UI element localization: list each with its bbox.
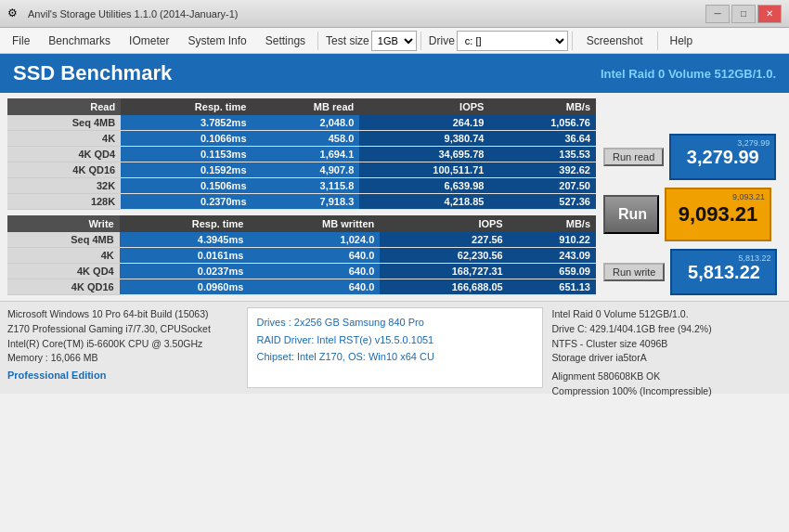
write-col-mbs: MB/s — [509, 215, 596, 232]
write-score-label: 5,813.22 — [738, 253, 770, 263]
write-col-name: Write — [7, 215, 120, 232]
drive-select[interactable]: c: [] — [457, 31, 568, 51]
table-row: Seq 4MB 4.3945ms 1,024.0 227.56 910.22 — [7, 232, 596, 248]
table-row: 4K 0.1066ms 458.0 9,380.74 36.64 — [7, 131, 596, 147]
testsize-select[interactable]: 1GB 2GB 4GB — [371, 31, 417, 51]
cell-mbs: 659.09 — [509, 264, 596, 279]
read-header-row: Read Resp. time MB read IOPS MB/s — [7, 98, 596, 115]
write-score-row: Run write 5,813.22 5,813.22 — [603, 249, 782, 295]
cell-mb: 1,024.0 — [249, 232, 380, 248]
cell-mb: 458.0 — [252, 131, 360, 147]
divider-2 — [420, 32, 421, 50]
cell-iops: 6,639.98 — [359, 178, 489, 194]
cell-resptime: 0.1153ms — [121, 147, 252, 162]
drive-info-line3: Chipset: Intel Z170, OS: Win10 x64 CU — [257, 348, 533, 366]
cell-mbs: 207.50 — [489, 178, 596, 194]
raid-info-line1: Intel Raid 0 Volume 512GB/1.0. — [552, 307, 783, 322]
table-row: 4K 0.0161ms 640.0 62,230.56 243.09 — [7, 248, 596, 264]
cell-resptime: 0.1506ms — [121, 178, 252, 194]
testsize-label: Test size — [326, 34, 369, 47]
row-label: 128K — [7, 194, 121, 210]
bottom-center: Drives : 2x256 GB Samsung 840 Pro RAID D… — [247, 307, 543, 388]
cell-mb: 640.0 — [249, 279, 380, 295]
row-label: 4K QD16 — [7, 162, 121, 178]
read-score-box: 3,279.99 3,279.99 — [669, 134, 776, 180]
bottom-left: Microsoft Windows 10 Pro 64-bit Build (1… — [7, 307, 238, 388]
sysinfo-line2: Z170 Professional Gaming i7/7.30, CPUSoc… — [7, 322, 238, 337]
cell-mb: 4,907.8 — [252, 162, 360, 178]
cell-mb: 640.0 — [249, 248, 380, 264]
close-button[interactable]: ✕ — [757, 5, 782, 23]
drive-label: Drive — [429, 34, 455, 47]
title-bar: ⚙ Anvil's Storage Utilities 1.1.0 (2014-… — [0, 0, 789, 28]
sysinfo-line3: Intel(R) Core(TM) i5-6600K CPU @ 3.50GHz — [7, 337, 238, 352]
menu-bar: File Benchmarks IOmeter System Info Sett… — [0, 28, 789, 54]
raid-info-line3: NTFS - Cluster size 4096B — [552, 337, 783, 352]
header-subtitle: Intel Raid 0 Volume 512GB/1.0. — [601, 67, 776, 81]
table-row: 4K QD16 0.1592ms 4,907.8 100,511.71 392.… — [7, 162, 596, 178]
read-score-row: Run read 3,279.99 3,279.99 — [603, 134, 782, 180]
cell-mbs: 651.13 — [509, 279, 596, 295]
menu-iometer[interactable]: IOmeter — [121, 31, 177, 51]
cell-mbs: 910.22 — [509, 232, 596, 248]
write-col-mb: MB written — [249, 215, 380, 232]
table-row: 4K QD16 0.0960ms 640.0 166,688.05 651.13 — [7, 279, 596, 295]
total-score-row: Run 9,093.21 9,093.21 — [603, 188, 782, 241]
cell-mbs: 392.62 — [489, 162, 596, 178]
maximize-button[interactable]: □ — [731, 5, 756, 23]
sysinfo-line4: Memory : 16,066 MB — [7, 351, 238, 366]
cell-resptime: 0.0237ms — [120, 264, 250, 279]
bottom-right: Intel Raid 0 Volume 512GB/1.0. Drive C: … — [552, 307, 783, 388]
row-label: 4K — [7, 248, 120, 264]
menu-benchmarks[interactable]: Benchmarks — [40, 31, 119, 51]
read-col-mb: MB read — [252, 98, 360, 115]
read-score-label: 3,279.99 — [737, 138, 770, 148]
total-score-value: 9,093.21 — [679, 202, 758, 227]
total-score-label: 9,093.21 — [732, 192, 765, 201]
cell-mbs: 1,056.76 — [489, 115, 596, 131]
write-col-iops: IOPS — [380, 215, 508, 232]
cell-iops: 100,511.71 — [359, 162, 489, 178]
cell-mb: 1,694.1 — [252, 147, 360, 162]
write-table: Write Resp. time MB written IOPS MB/s Se… — [7, 215, 596, 295]
cell-iops: 62,230.56 — [380, 248, 508, 264]
table-row: 32K 0.1506ms 3,115.8 6,639.98 207.50 — [7, 178, 596, 194]
divider-1 — [317, 32, 318, 50]
cell-iops: 9,380.74 — [359, 131, 489, 147]
minimize-button[interactable]: ─ — [705, 5, 730, 23]
run-read-button[interactable]: Run read — [603, 148, 664, 166]
cell-iops: 4,218.85 — [359, 194, 489, 210]
menu-help[interactable]: Help — [662, 31, 702, 51]
menu-settings[interactable]: Settings — [257, 31, 314, 51]
cell-iops: 166,688.05 — [380, 279, 508, 295]
row-label: 32K — [7, 178, 121, 194]
read-col-iops: IOPS — [359, 98, 489, 115]
cell-mbs: 36.64 — [489, 131, 596, 147]
row-label: Seq 4MB — [7, 232, 120, 248]
read-score-value: 3,279.99 — [687, 147, 759, 168]
menu-file[interactable]: File — [4, 31, 38, 51]
divider-3 — [572, 32, 573, 50]
read-col-mbs: MB/s — [489, 98, 596, 115]
header-title: SSD Benchmark — [13, 61, 172, 85]
run-main-button[interactable]: Run — [603, 195, 659, 234]
divider-4 — [657, 32, 658, 50]
write-header-row: Write Resp. time MB written IOPS MB/s — [7, 215, 596, 232]
cell-mbs: 135.53 — [489, 147, 596, 162]
table-row: 4K QD4 0.1153ms 1,694.1 34,695.78 135.53 — [7, 147, 596, 162]
write-col-resptime: Resp. time — [120, 215, 250, 232]
raid-info-line6: Compression 100% (Incompressible) — [552, 384, 783, 399]
row-label: 4K — [7, 131, 121, 147]
sysinfo-line1: Microsoft Windows 10 Pro 64-bit Build (1… — [7, 307, 238, 322]
raid-info-line4: Storage driver ia5torA — [552, 351, 783, 366]
pro-edition-label: Professional Edition — [7, 368, 238, 383]
menu-sysinfo[interactable]: System Info — [179, 31, 254, 51]
write-score-box: 5,813.22 5,813.22 — [670, 249, 777, 295]
cell-resptime: 0.1066ms — [121, 131, 252, 147]
run-write-button[interactable]: Run write — [603, 263, 665, 281]
raid-info-line5: Alignment 580608KB OK — [552, 370, 783, 384]
cell-resptime: 0.2370ms — [121, 194, 252, 210]
drive-info-line1: Drives : 2x256 GB Samsung 840 Pro — [257, 314, 533, 331]
row-label: 4K QD4 — [7, 147, 121, 162]
screenshot-button[interactable]: Screenshot — [576, 31, 653, 51]
